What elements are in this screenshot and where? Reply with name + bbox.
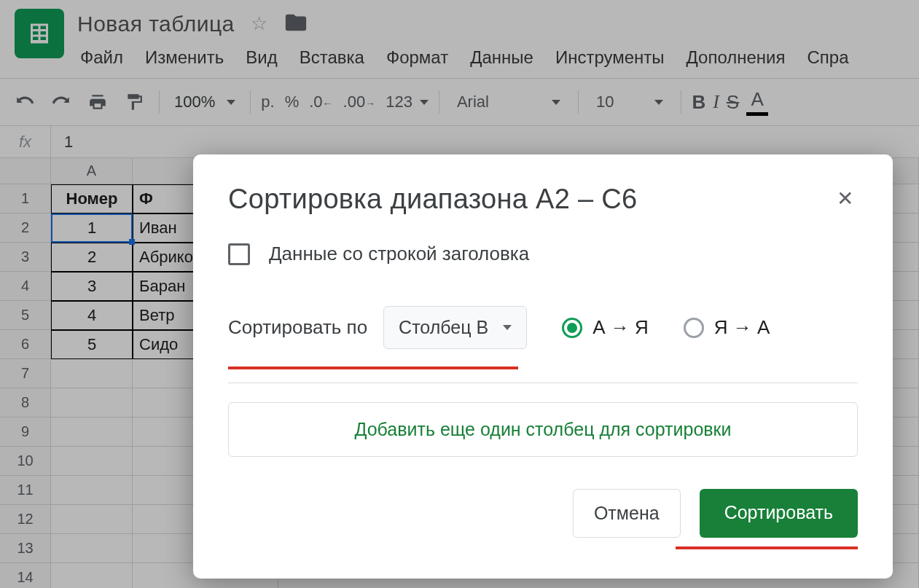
close-icon[interactable]: ✕ xyxy=(832,184,858,213)
sort-by-label: Сортировать по xyxy=(228,316,367,339)
sort-asc-label: А → Я xyxy=(593,316,649,339)
annotation-underline xyxy=(676,546,858,549)
caret-down-icon xyxy=(503,325,512,330)
add-sort-column-button[interactable]: Добавить еще один столбец для сортировки xyxy=(228,402,858,457)
annotation-underline xyxy=(228,366,518,369)
dialog-title: Сортировка диапазона A2 – C6 xyxy=(228,184,637,215)
sort-column-select[interactable]: Столбец B xyxy=(383,306,527,349)
header-row-checkbox[interactable] xyxy=(228,243,250,265)
radio-dot-icon xyxy=(562,318,582,338)
divider xyxy=(228,383,858,383)
header-row-label: Данные со строкой заголовка xyxy=(269,243,529,265)
sort-desc-radio[interactable]: Я → А xyxy=(684,316,770,339)
sort-column-value: Столбец B xyxy=(399,317,488,338)
sort-button[interactable]: Сортировать xyxy=(700,489,858,538)
sort-desc-label: Я → А xyxy=(714,316,770,339)
sort-range-dialog: Сортировка диапазона A2 – C6 ✕ Данные со… xyxy=(193,154,893,579)
sort-asc-radio[interactable]: А → Я xyxy=(562,316,649,339)
radio-dot-icon xyxy=(684,318,704,338)
cancel-button[interactable]: Отмена xyxy=(573,489,681,538)
